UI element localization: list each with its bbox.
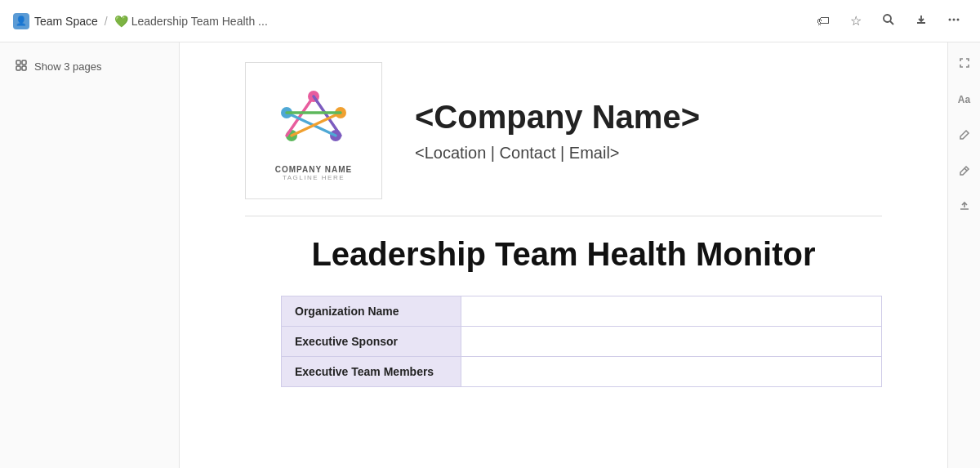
- font-button[interactable]: Aa: [953, 88, 976, 111]
- add-row-button[interactable]: +: [245, 334, 260, 349]
- breadcrumb-team-space[interactable]: Team Space: [34, 15, 98, 28]
- drag-row-button[interactable]: ⠿: [261, 334, 276, 349]
- svg-rect-5: [16, 60, 20, 65]
- company-name-text: COMPANY NAME: [275, 165, 352, 174]
- upload-button[interactable]: [953, 196, 976, 219]
- search-button[interactable]: [875, 8, 902, 34]
- table-cell-value[interactable]: [461, 327, 882, 357]
- table-cell-value[interactable]: [461, 357, 882, 387]
- company-placeholder[interactable]: <Company Name>: [415, 99, 700, 136]
- table-cell-label: Organization Name: [282, 296, 461, 327]
- navbar: 👤 Team Space / 💚 Leadership Team Health …: [0, 0, 980, 42]
- svg-point-4: [957, 18, 960, 20]
- document-header: COMPANY NAME TAGLINE HERE <Company Name>…: [245, 62, 882, 216]
- show-pages-label: Show 3 pages: [34, 60, 101, 73]
- expand-icon: [959, 57, 970, 71]
- download-icon: [915, 13, 928, 29]
- tag-icon: 🏷: [817, 14, 830, 29]
- right-toolbar: Aa: [947, 42, 980, 468]
- info-table: Organization NameExecutive SponsorExecut…: [281, 296, 882, 387]
- table-cell-label: Executive Team Members: [282, 357, 461, 387]
- location-placeholder[interactable]: <Location | Contact | Email>: [415, 144, 700, 163]
- breadcrumb-separator: /: [105, 15, 108, 28]
- star-icon: ☆: [850, 13, 862, 29]
- table-row: Organization Name: [282, 296, 882, 327]
- table-row: Executive Sponsor: [282, 327, 882, 357]
- breadcrumb-doc[interactable]: 💚 Leadership Team Health ...: [114, 15, 268, 28]
- svg-rect-8: [22, 66, 26, 70]
- svg-rect-6: [22, 60, 26, 65]
- svg-point-2: [949, 18, 951, 20]
- table-row: Executive Team Members: [282, 357, 882, 387]
- team-space-icon: 👤: [13, 13, 29, 29]
- tagline-text: TAGLINE HERE: [283, 174, 345, 181]
- table-controls-wrapper: + ⠿ Organization NameExecutive SponsorEx…: [245, 296, 882, 387]
- more-button[interactable]: [941, 8, 967, 34]
- svg-point-3: [953, 18, 956, 20]
- header-info: <Company Name> <Location | Contact | Ema…: [415, 99, 700, 163]
- svg-rect-7: [16, 66, 20, 70]
- svg-line-1: [890, 21, 893, 25]
- tag-button[interactable]: 🏷: [810, 8, 836, 34]
- breadcrumb-doc-emoji: 💚: [114, 15, 128, 28]
- info-table-area: + ⠿ Organization NameExecutive SponsorEx…: [274, 296, 882, 387]
- favorite-button[interactable]: ☆: [843, 8, 869, 34]
- svg-point-0: [884, 15, 891, 22]
- font-icon: Aa: [958, 94, 970, 105]
- navbar-actions: 🏷 ☆: [810, 8, 967, 34]
- show-pages-button[interactable]: Show 3 pages: [10, 56, 169, 78]
- document-content: COMPANY NAME TAGLINE HERE <Company Name>…: [180, 42, 947, 468]
- logo-image: [273, 80, 354, 162]
- pages-icon: [15, 59, 28, 74]
- sidebar: Show 3 pages: [0, 42, 180, 468]
- logo-box: COMPANY NAME TAGLINE HERE: [245, 62, 382, 199]
- svg-line-19: [964, 168, 967, 171]
- table-cell-value[interactable]: [461, 296, 882, 327]
- edit1-button[interactable]: [953, 124, 976, 147]
- edit2-button[interactable]: [953, 160, 976, 183]
- edit2-icon: [959, 165, 970, 179]
- edit1-icon: [959, 129, 970, 143]
- upload-icon: [959, 201, 970, 215]
- search-icon: [882, 13, 895, 29]
- breadcrumb: 👤 Team Space / 💚 Leadership Team Health …: [13, 13, 268, 29]
- expand-button[interactable]: [953, 52, 976, 75]
- breadcrumb-doc-label: Leadership Team Health ...: [131, 15, 268, 28]
- document-title: Leadership Team Health Monitor: [245, 236, 882, 273]
- more-icon: [947, 13, 960, 29]
- download-button[interactable]: [908, 8, 934, 34]
- main-layout: Show 3 pages: [0, 42, 980, 468]
- table-cell-label: Executive Sponsor: [282, 327, 461, 357]
